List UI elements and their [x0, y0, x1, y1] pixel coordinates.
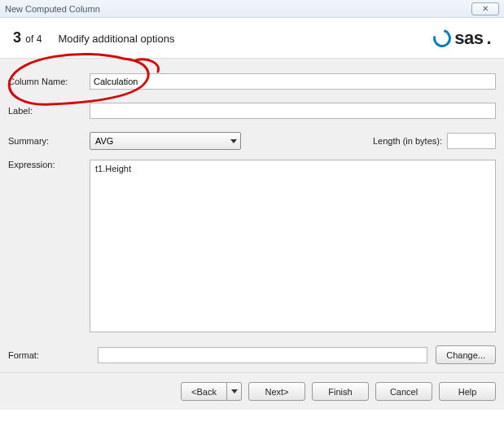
expression-label: Expression:	[8, 160, 90, 169]
step-of-text: of 4	[23, 33, 42, 45]
change-button[interactable]: Change...	[436, 345, 496, 364]
label-label: Label:	[8, 106, 90, 116]
summary-select[interactable]: AVG	[90, 132, 241, 150]
form-content: Column Name: Label: Summary: AVG Length …	[0, 59, 504, 372]
step-title: Modify additional options	[58, 33, 174, 45]
format-input[interactable]	[98, 347, 427, 363]
format-row: Format: Change...	[8, 345, 496, 364]
sas-swoosh-icon	[430, 25, 454, 50]
length-label: Length (in bytes):	[348, 136, 447, 146]
next-button[interactable]: Next>	[248, 382, 305, 401]
wizard-header: 3 of 4 Modify additional options sas.	[0, 18, 504, 59]
close-icon: ✕	[482, 4, 489, 13]
chevron-down-icon	[230, 139, 237, 143]
step-num-value: 3	[13, 29, 21, 46]
back-button[interactable]: <Back	[181, 382, 227, 401]
summary-row: Summary: AVG Length (in bytes):	[8, 132, 496, 150]
wizard-footer: <Back Next> Finish Cancel Help	[0, 372, 504, 410]
cancel-button[interactable]: Cancel	[375, 382, 432, 401]
column-name-input[interactable]	[90, 73, 496, 90]
length-input[interactable]	[447, 133, 496, 149]
column-name-row: Column Name:	[8, 73, 496, 90]
summary-select-value: AVG	[95, 136, 113, 146]
help-button[interactable]: Help	[439, 382, 496, 401]
back-button-group: <Back	[181, 382, 242, 401]
step-number: 3 of 4	[13, 29, 42, 46]
summary-select-wrap: AVG	[90, 132, 241, 150]
sas-logo-dot: .	[486, 28, 491, 49]
back-dropdown-button[interactable]	[227, 382, 242, 401]
summary-label: Summary:	[8, 136, 90, 146]
sas-logo: sas.	[433, 28, 491, 49]
window-close-button[interactable]: ✕	[471, 2, 499, 15]
column-name-label: Column Name:	[8, 77, 90, 86]
window-title: New Computed Column	[5, 4, 100, 14]
label-input[interactable]	[90, 103, 496, 119]
sas-logo-text: sas	[454, 28, 483, 49]
format-label: Format:	[8, 350, 90, 360]
expression-textarea[interactable]	[90, 160, 496, 332]
finish-button[interactable]: Finish	[312, 382, 369, 401]
label-row: Label:	[8, 103, 496, 119]
step-indicator: 3 of 4 Modify additional options	[13, 29, 174, 46]
expression-row: Expression:	[8, 160, 496, 332]
window-titlebar: New Computed Column ✕	[0, 0, 504, 18]
chevron-down-icon	[231, 389, 238, 393]
